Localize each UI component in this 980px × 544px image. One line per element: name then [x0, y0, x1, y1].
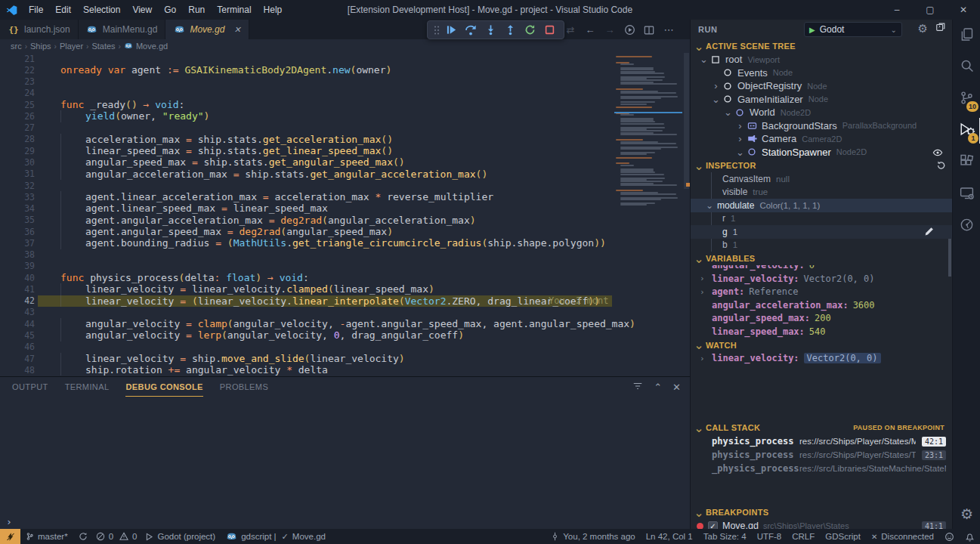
chevron-down-icon[interactable]: ⌄ — [734, 147, 746, 158]
status-gdscript[interactable]: GDScript — [820, 529, 866, 544]
inspector-row-canvasitem[interactable]: CanvasItemnull — [691, 172, 952, 186]
remote-indicator[interactable] — [0, 529, 20, 544]
code-line[interactable]: 31angular_acceleration_max = ship.stats.… — [0, 168, 690, 180]
code-line[interactable]: 40func physics_process(delta: float) → v… — [0, 272, 690, 283]
line-number[interactable]: 22 — [0, 65, 35, 76]
status-feedback-icon[interactable] — [939, 529, 960, 544]
split-editor-icon[interactable] — [639, 22, 659, 39]
chevron-right-icon[interactable]: › — [700, 354, 705, 363]
line-number[interactable]: 23 — [0, 76, 35, 87]
section-variables[interactable]: ⌄ VARIABLES — [691, 252, 952, 265]
step-out-button[interactable] — [500, 22, 520, 39]
variable-row[interactable]: ›linear_velocity:Vector2(0, 0) — [691, 272, 952, 286]
line-number[interactable]: 25 — [0, 100, 35, 110]
debug-console-prompt[interactable]: › — [6, 516, 12, 527]
chevron-down-icon[interactable]: ⌄ — [722, 107, 734, 118]
scene-tree-item-stationspawner[interactable]: ⌄StationSpawnerNode2D — [691, 146, 952, 159]
variable-row[interactable]: linear_speed_max:540 — [691, 325, 952, 338]
status-sync-icon[interactable] — [73, 529, 93, 544]
call-stack-frame[interactable]: physics_processres://src/Ships/Player/St… — [691, 434, 952, 448]
activity-godot-debug[interactable] — [953, 210, 980, 242]
scene-tree-item-gameinitializer[interactable]: ⌄GameInitializerNode — [691, 93, 952, 107]
tab-launch-json[interactable]: {}launch.json — [0, 20, 79, 39]
breadcrumb-item[interactable]: States — [91, 42, 115, 51]
chevron-right-icon[interactable]: › — [734, 133, 746, 144]
line-number[interactable]: 21 — [0, 54, 35, 64]
line-number[interactable]: 38 — [0, 249, 35, 260]
breadcrumb-item[interactable]: Player — [60, 42, 83, 51]
line-number[interactable]: 27 — [0, 122, 35, 133]
code-line[interactable]: 34agent.linear_speed_max = linear_speed_… — [0, 202, 690, 214]
code-editor[interactable]: 2122onready var agent := GSAIKinematicBo… — [0, 53, 690, 376]
open-launch-config-icon[interactable] — [935, 22, 946, 36]
code-line[interactable]: 45angular_velocity = lerp(angular_veloci… — [0, 329, 690, 341]
section-call-stack[interactable]: ⌄ CALL STACK PAUSED ON BREAKPOINT — [691, 421, 952, 434]
scene-tree-item-world[interactable]: ⌄WorldNode2D — [691, 106, 952, 119]
code-line[interactable]: 21 — [0, 53, 690, 64]
edit-value-icon[interactable] — [924, 227, 934, 239]
code-line[interactable]: 35agent.angular_acceleration_max = deg2r… — [0, 215, 690, 226]
scene-tree-item-objectregistry[interactable]: ›ObjectRegistryNode — [691, 79, 952, 93]
menu-edit[interactable]: Edit — [49, 0, 77, 20]
line-number[interactable]: 32 — [0, 181, 35, 191]
line-number[interactable]: 36 — [0, 227, 35, 237]
line-number[interactable]: 33 — [0, 192, 35, 202]
menu-help[interactable]: Help — [258, 0, 289, 20]
menu-selection[interactable]: Selection — [77, 0, 126, 20]
tab-move-gd[interactable]: Move.gd✕ — [165, 20, 249, 39]
line-number[interactable]: 31 — [0, 168, 35, 179]
status-utf-8[interactable]: UTF-8 — [752, 529, 787, 544]
section-inspector[interactable]: ⌄ INSPECTOR — [691, 159, 952, 172]
menu-view[interactable]: View — [126, 0, 158, 20]
launch-config-dropdown[interactable]: ▶ Godot ⌄ — [804, 22, 902, 37]
code-line[interactable]: 46 — [0, 342, 690, 353]
variable-row[interactable]: ›agent:Reference — [691, 286, 952, 299]
breadcrumb[interactable]: src›Ships›Player›States›Move.gd — [0, 39, 690, 53]
code-line[interactable]: 32 — [0, 180, 690, 191]
call-stack-frame[interactable]: _physics_processres://src/Libraries/Stat… — [691, 462, 952, 475]
code-line[interactable]: 24 — [0, 88, 690, 99]
tab-mainmenu-gd[interactable]: MainMenu.gd — [79, 20, 166, 39]
status-ln-42-col-1[interactable]: Ln 42, Col 1 — [641, 529, 698, 544]
menu-go[interactable]: Go — [158, 0, 182, 20]
scene-tree-item-events[interactable]: EventsNode — [691, 66, 952, 80]
line-number[interactable]: 42 — [0, 295, 35, 306]
line-number[interactable]: 28 — [0, 134, 35, 144]
code-line[interactable]: 28acceleration_max = ship.stats.get_acce… — [0, 134, 690, 145]
status-you-2-months-ago[interactable]: You, 2 months ago — [546, 529, 640, 544]
line-number[interactable]: 37 — [0, 238, 35, 249]
line-number[interactable]: 24 — [0, 88, 35, 98]
inspector-row-g[interactable]: g1 — [691, 225, 952, 239]
line-number[interactable]: 46 — [0, 342, 35, 352]
activity-extensions[interactable] — [953, 147, 980, 178]
breadcrumb-file[interactable]: Move.gd — [124, 42, 168, 51]
code-line[interactable]: 44angular_velocity = clamp(angular_veloc… — [0, 318, 690, 329]
step-over-button[interactable] — [461, 22, 481, 39]
activity-files[interactable] — [953, 20, 980, 51]
toolbar-grip-icon[interactable] — [432, 24, 441, 36]
code-line[interactable]: 26yield(owner, "ready") — [0, 110, 690, 122]
inspector-row-b[interactable]: b1 — [691, 239, 952, 252]
run-circle-icon[interactable] — [620, 22, 639, 39]
discard-icon[interactable] — [936, 160, 946, 170]
inspector-row-visible[interactable]: visibletrue — [691, 186, 952, 199]
variable-row[interactable]: angular_velocity:0 — [691, 265, 952, 272]
code-line[interactable]: 27 — [0, 122, 690, 134]
chevron-down-icon[interactable]: ⌄ — [710, 94, 722, 105]
close-tab-icon[interactable]: ✕ — [233, 25, 240, 35]
inspector-row-r[interactable]: r1 — [691, 212, 952, 226]
status-godot-project-[interactable]: Godot (project) — [140, 529, 221, 544]
code-line[interactable]: 41linear_velocity = linear_velocity.clam… — [0, 283, 690, 295]
eye-icon[interactable] — [932, 147, 943, 160]
activity-manage[interactable]: ⚙ — [953, 505, 980, 523]
code-line[interactable]: 48ship.rotation += angular_velocity * de… — [0, 364, 690, 376]
scrollbar-thumb[interactable] — [684, 53, 689, 189]
code-line[interactable]: 37agent.bounding_radius = (MathUtils.get… — [0, 237, 690, 249]
section-watch[interactable]: ⌄ WATCH — [691, 338, 952, 352]
scene-tree-item-camera[interactable]: ›CameraCamera2D — [691, 132, 952, 146]
breadcrumb-item[interactable]: src — [11, 42, 22, 51]
line-number[interactable]: 44 — [0, 319, 35, 329]
line-number[interactable]: 45 — [0, 330, 35, 341]
line-number[interactable]: 47 — [0, 354, 35, 364]
variable-row[interactable]: angular_acceleration_max:3600 — [691, 298, 952, 312]
